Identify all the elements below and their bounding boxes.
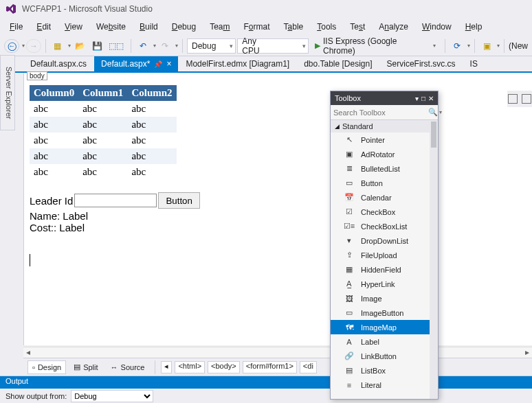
breadcrumb-html[interactable]: <html> bbox=[175, 361, 205, 373]
save-button[interactable]: 💾 bbox=[89, 38, 105, 54]
config-dropdown[interactable]: Debug▾ bbox=[187, 38, 236, 54]
toolbox-item-fileupload[interactable]: ⇪FileUpload bbox=[331, 248, 438, 262]
design-view-button[interactable]: ▫ Design bbox=[27, 360, 66, 374]
menu-format[interactable]: FormatFormat bbox=[236, 19, 276, 34]
toolbox-search-input[interactable] bbox=[333, 108, 428, 117]
tab-modelfirst[interactable]: ModelFirst.edmx [Diagram1] bbox=[179, 56, 296, 71]
tab-truncated[interactable]: IS bbox=[463, 56, 485, 71]
search-options-icon[interactable]: ▾ bbox=[439, 109, 442, 115]
toolbox-item-adrotator[interactable]: ▣AdRotator bbox=[331, 147, 438, 161]
redo-button[interactable]: ↷ bbox=[157, 38, 173, 54]
main-toolbar: ◯← ▾ → ▦ ▾ 📂 💾 ⬚⬚ ↶ ▾ ↷ ▾ Debug▾ Any CPU… bbox=[0, 36, 532, 56]
tab-default-cs[interactable]: Default.aspx.cs bbox=[23, 56, 93, 71]
toolbox-item-hiddenfield[interactable]: ▦HiddenField bbox=[331, 262, 438, 277]
maximize-icon[interactable]: □ bbox=[421, 95, 425, 102]
toolbox-item-literal[interactable]: ≡Literal bbox=[331, 378, 438, 392]
new-project-button[interactable]: ▦ bbox=[50, 38, 65, 54]
split-window-icon[interactable] bbox=[508, 94, 518, 104]
toolbox-item-calendar[interactable]: 📅Calendar bbox=[331, 190, 438, 205]
nav-back-button[interactable]: ◯← bbox=[4, 39, 19, 53]
document-tabstrip: Default.aspx.cs Default.aspx*📌× ModelFir… bbox=[0, 56, 532, 73]
gridview-control[interactable]: Column0Column1Column2 abcabcabcabcabcabc… bbox=[30, 85, 177, 180]
nav-forward-button: → bbox=[26, 39, 41, 53]
breadcrumb-form[interactable]: <form#form1> bbox=[243, 361, 297, 373]
toolbox-item-image[interactable]: 🖼Image bbox=[331, 291, 438, 306]
extension-dropdown[interactable]: ▾ bbox=[496, 43, 500, 49]
menu-help[interactable]: HelpHelp bbox=[458, 19, 489, 34]
toolbox-item-label: Image bbox=[361, 295, 382, 303]
new-project-dropdown[interactable]: ▾ bbox=[67, 43, 71, 49]
pin-icon[interactable]: 📌 bbox=[154, 60, 162, 68]
redo-dropdown[interactable]: ▾ bbox=[174, 43, 178, 49]
menu-build[interactable]: BuildBuild bbox=[133, 19, 165, 34]
menu-file[interactable]: FFileile bbox=[3, 19, 30, 34]
output-source-dropdown[interactable]: Debug bbox=[71, 390, 153, 402]
browser-refresh-dropdown[interactable]: ▾ bbox=[466, 43, 470, 49]
menu-debug[interactable]: DebugDebug bbox=[165, 19, 203, 34]
horizontal-scrollbar[interactable]: ◂ ▸ bbox=[23, 347, 532, 358]
submit-button[interactable]: Button bbox=[158, 192, 200, 209]
browser-refresh-button[interactable]: ⟳ bbox=[450, 38, 465, 54]
menu-test[interactable]: TestTest bbox=[343, 19, 372, 34]
toolbox-scrollbar[interactable] bbox=[430, 120, 438, 399]
source-view-button[interactable]: ↔ Source bbox=[106, 360, 150, 374]
toolbox-item-imagebutton[interactable]: ▭ImageButton bbox=[331, 306, 438, 320]
toolbox-item-checkboxlist[interactable]: ☑≡CheckBoxList bbox=[331, 219, 438, 233]
toolbox-item-bulletedlist[interactable]: ≣BulletedList bbox=[331, 161, 438, 176]
close-icon[interactable]: × bbox=[166, 59, 171, 69]
search-icon[interactable]: 🔍 bbox=[428, 108, 438, 117]
run-button[interactable]: ▶IIS Express (Google Chrome)▾ bbox=[310, 38, 441, 54]
output-title[interactable]: Output bbox=[0, 376, 532, 389]
undo-dropdown[interactable]: ▾ bbox=[152, 43, 156, 49]
menu-tools[interactable]: ToolsTools bbox=[310, 19, 343, 34]
undo-button[interactable]: ↶ bbox=[135, 38, 151, 54]
gridview-cell: abc bbox=[127, 148, 176, 164]
toolbox-item-linkbutton[interactable]: 🔗LinkButton bbox=[331, 349, 438, 363]
menu-analyze[interactable]: AnalyzeAnalyze bbox=[372, 19, 415, 34]
toolbox-item-imagemap[interactable]: 🗺ImageMap bbox=[331, 320, 438, 334]
hiddenfield-icon: ▦ bbox=[344, 265, 354, 275]
tab-default-aspx[interactable]: Default.aspx*📌× bbox=[94, 56, 178, 71]
menu-website[interactable]: WebsiteWebsite bbox=[89, 19, 133, 34]
window-menu-icon[interactable]: ▾ bbox=[415, 95, 419, 102]
nav-back-dropdown[interactable]: ▾ bbox=[21, 43, 25, 49]
close-icon[interactable]: ✕ bbox=[428, 95, 434, 102]
platform-dropdown[interactable]: Any CPU▾ bbox=[237, 38, 309, 54]
toolbox-searchbar[interactable]: 🔍 ▾ bbox=[331, 105, 438, 120]
toolbox-item-checkbox[interactable]: ☑CheckBox bbox=[331, 205, 438, 219]
separator-icon bbox=[504, 39, 505, 53]
toolbox-item-label[interactable]: ALabel bbox=[331, 334, 438, 349]
server-explorer-sidetab[interactable]: Server Explorer bbox=[0, 55, 15, 130]
breadcrumb-body[interactable]: <body> bbox=[208, 361, 240, 373]
menu-table[interactable]: TableTable bbox=[277, 19, 311, 34]
toolbox-item-button[interactable]: ▭Button bbox=[331, 176, 438, 190]
tab-servicefirst[interactable]: ServiceFirst.svc.cs bbox=[380, 56, 463, 71]
toolbox-item-hyperlink[interactable]: A̲HyperLink bbox=[331, 277, 438, 291]
tab-dbo-table[interactable]: dbo.Table [Design] bbox=[297, 56, 379, 71]
extension-button[interactable]: ▣ bbox=[479, 38, 494, 54]
breadcrumb-nav-left[interactable]: ◂ bbox=[161, 361, 172, 373]
separator-icon bbox=[474, 39, 475, 53]
toolbox-item-label: ImageButton bbox=[361, 309, 403, 317]
menu-team[interactable]: TeamTeam bbox=[203, 19, 236, 34]
leader-id-input[interactable] bbox=[74, 194, 157, 207]
menu-edit[interactable]: EditEdit bbox=[30, 19, 58, 34]
new-item-truncated[interactable]: (New bbox=[509, 41, 528, 51]
toolbox-item-listbox[interactable]: ▤ListBox bbox=[331, 363, 438, 378]
gridview-cell: abc bbox=[78, 164, 127, 180]
toolbox-window[interactable]: Toolbox ▾ □ ✕ 🔍 ▾ ◢ Standard ↖Pointer▣Ad… bbox=[330, 91, 439, 400]
toolbox-item-pointer[interactable]: ↖Pointer bbox=[331, 133, 438, 147]
toolbox-titlebar[interactable]: Toolbox ▾ □ ✕ bbox=[331, 91, 438, 105]
save-all-button[interactable]: ⬚⬚ bbox=[106, 38, 126, 54]
fullscreen-icon[interactable] bbox=[522, 94, 531, 104]
menu-window[interactable]: WindowWindow bbox=[415, 19, 458, 34]
leader-id-label: Leader Id bbox=[30, 195, 73, 207]
designer-surface[interactable]: body Column0Column1Column2 abcabcabcabca… bbox=[23, 73, 532, 345]
split-view-button[interactable]: ▤ Split bbox=[69, 360, 102, 374]
menu-view[interactable]: ViewView bbox=[58, 19, 89, 34]
toolbox-category-standard[interactable]: ◢ Standard bbox=[331, 120, 438, 133]
collapse-icon[interactable]: ◢ bbox=[335, 123, 340, 130]
open-file-button[interactable]: 📂 bbox=[72, 38, 88, 54]
breadcrumb-div[interactable]: <di bbox=[300, 361, 317, 373]
toolbox-item-dropdownlist[interactable]: ▾DropDownList bbox=[331, 233, 438, 248]
